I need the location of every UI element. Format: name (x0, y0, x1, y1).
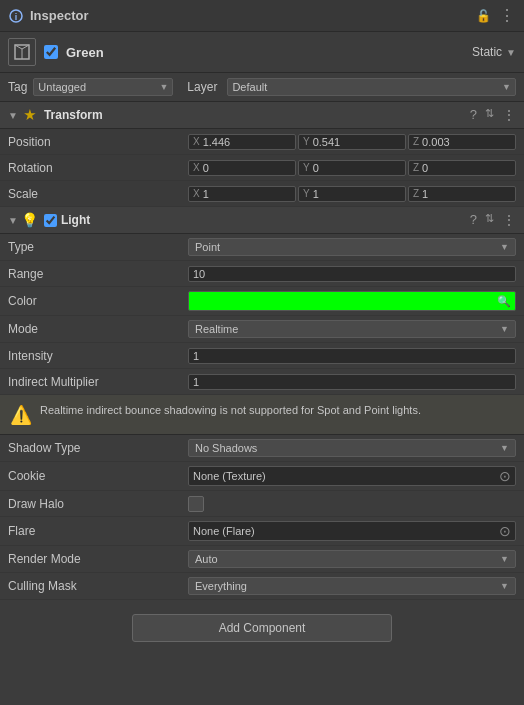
cookie-row: Cookie None (Texture) ⊙ (0, 462, 524, 491)
light-title: Light (61, 213, 90, 227)
layer-arrow-icon: ▼ (502, 82, 511, 92)
rotation-y-axis: Y (303, 162, 310, 173)
culling-mask-dropdown[interactable]: Everything ▼ (188, 577, 516, 595)
render-mode-label: Render Mode (8, 552, 188, 566)
light-range-field[interactable]: 10 (188, 266, 516, 282)
position-xyz: X 1.446 Y 0.541 Z 0.003 (188, 134, 516, 150)
transform-header[interactable]: ▼ Transform ? ⇅ ⋮ (0, 102, 524, 129)
draw-halo-row: Draw Halo (0, 491, 524, 517)
scale-y-axis: Y (303, 188, 310, 199)
light-intensity-field[interactable]: 1 (188, 348, 516, 364)
render-mode-dropdown[interactable]: Auto ▼ (188, 550, 516, 568)
object-icon (8, 38, 36, 66)
light-type-dropdown[interactable]: Point ▼ (188, 238, 516, 256)
light-range-label: Range (8, 267, 188, 281)
light-enabled-checkbox[interactable] (44, 214, 57, 227)
static-label: Static (472, 45, 502, 59)
tag-arrow-icon: ▼ (159, 82, 168, 92)
draw-halo-checkbox[interactable] (188, 496, 204, 512)
transform-menu-icon[interactable]: ⋮ (502, 107, 516, 123)
object-enabled-checkbox[interactable] (44, 45, 58, 59)
add-component-button[interactable]: Add Component (132, 614, 392, 642)
shadow-type-dropdown[interactable]: No Shadows ▼ (188, 439, 516, 457)
layer-value: Default (232, 81, 267, 93)
cookie-label: Cookie (8, 469, 188, 483)
render-mode-row: Render Mode Auto ▼ (0, 546, 524, 573)
light-type-row: Type Point ▼ (0, 234, 524, 261)
light-mode-row: Mode Realtime ▼ (0, 316, 524, 343)
transform-help-icon[interactable]: ? (470, 107, 477, 123)
culling-mask-arrow-icon: ▼ (500, 581, 509, 591)
light-bulb-icon: 💡 (22, 212, 38, 228)
light-type-arrow-icon: ▼ (500, 242, 509, 252)
transform-settings-icon[interactable]: ⇅ (485, 107, 494, 123)
scale-row: Scale X 1 Y 1 Z 1 (0, 181, 524, 207)
flare-label: Flare (8, 524, 188, 538)
rotation-y-value: 0 (313, 162, 319, 174)
culling-mask-value: Everything (195, 580, 247, 592)
color-eyedropper-icon[interactable]: 🔍 (497, 295, 511, 308)
scale-z-axis: Z (413, 188, 419, 199)
flare-field[interactable]: None (Flare) ⊙ (188, 521, 516, 541)
position-label: Position (8, 135, 188, 149)
rotation-x-axis: X (193, 162, 200, 173)
lock-icon[interactable]: 🔓 (474, 7, 492, 25)
cookie-field[interactable]: None (Texture) ⊙ (188, 466, 516, 486)
rotation-x-field[interactable]: X 0 (188, 160, 296, 176)
light-mode-arrow-icon: ▼ (500, 324, 509, 334)
indirect-multiplier-field[interactable]: 1 (188, 374, 516, 390)
shadow-type-arrow-icon: ▼ (500, 443, 509, 453)
transform-collapse-icon: ▼ (8, 110, 18, 121)
position-z-field[interactable]: Z 0.003 (408, 134, 516, 150)
scale-x-value: 1 (203, 188, 209, 200)
shadow-type-label: Shadow Type (8, 441, 188, 455)
indirect-multiplier-value: 1 (193, 376, 199, 388)
scale-x-field[interactable]: X 1 (188, 186, 296, 202)
flare-row: Flare None (Flare) ⊙ (0, 517, 524, 546)
position-y-axis: Y (303, 136, 310, 147)
tag-value: Untagged (38, 81, 86, 93)
light-color-label: Color (8, 294, 188, 308)
menu-icon[interactable]: ⋮ (498, 7, 516, 25)
warning-box: ⚠️ Realtime indirect bounce shadowing is… (0, 395, 524, 435)
position-x-field[interactable]: X 1.446 (188, 134, 296, 150)
transform-title: Transform (44, 108, 103, 122)
position-x-axis: X (193, 136, 200, 147)
light-header[interactable]: ▼ 💡 Light ? ⇅ ⋮ (0, 207, 524, 234)
rotation-y-field[interactable]: Y 0 (298, 160, 406, 176)
position-row: Position X 1.446 Y 0.541 Z 0.003 (0, 129, 524, 155)
rotation-x-value: 0 (203, 162, 209, 174)
light-menu-icon[interactable]: ⋮ (502, 212, 516, 228)
render-mode-arrow-icon: ▼ (500, 554, 509, 564)
light-color-row: Color 🔍 (0, 287, 524, 316)
scale-label: Scale (8, 187, 188, 201)
light-help-icon[interactable]: ? (470, 212, 477, 228)
flare-target-icon[interactable]: ⊙ (499, 523, 511, 539)
light-range-value: 10 (193, 268, 205, 280)
position-z-axis: Z (413, 136, 419, 147)
scale-z-value: 1 (422, 188, 428, 200)
light-collapse-icon: ▼ (8, 215, 18, 226)
light-intensity-row: Intensity 1 (0, 343, 524, 369)
light-color-field[interactable]: 🔍 (188, 291, 516, 311)
light-settings-icon[interactable]: ⇅ (485, 212, 494, 228)
tag-dropdown[interactable]: Untagged ▼ (33, 78, 173, 96)
shadow-type-row: Shadow Type No Shadows ▼ (0, 435, 524, 462)
object-name: Green (66, 45, 104, 60)
layer-dropdown[interactable]: Default ▼ (227, 78, 516, 96)
title-actions: 🔓 ⋮ (474, 7, 516, 25)
rotation-z-field[interactable]: Z 0 (408, 160, 516, 176)
position-z-value: 0.003 (422, 136, 450, 148)
position-y-field[interactable]: Y 0.541 (298, 134, 406, 150)
draw-halo-label: Draw Halo (8, 497, 188, 511)
transform-actions: ? ⇅ ⋮ (470, 107, 516, 123)
light-mode-dropdown[interactable]: Realtime ▼ (188, 320, 516, 338)
static-arrow[interactable]: ▼ (506, 47, 516, 58)
light-actions: ? ⇅ ⋮ (470, 212, 516, 228)
rotation-z-value: 0 (422, 162, 428, 174)
cookie-target-icon[interactable]: ⊙ (499, 468, 511, 484)
scale-y-field[interactable]: Y 1 (298, 186, 406, 202)
inspector-title: Inspector (30, 8, 89, 23)
scale-z-field[interactable]: Z 1 (408, 186, 516, 202)
tag-label: Tag (8, 80, 27, 94)
